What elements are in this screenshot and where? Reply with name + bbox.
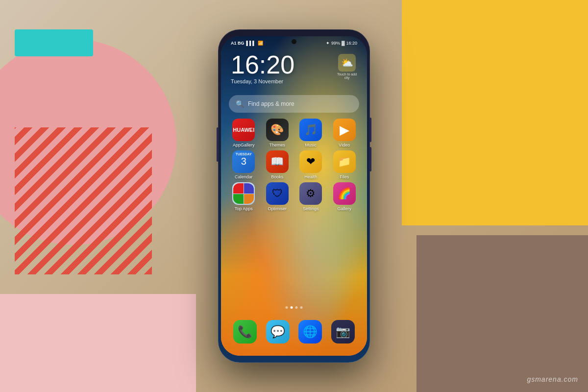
calendar-icon: Tuesday 3 [232, 150, 255, 173]
scene: A1 BG ▌▌▌ 📶 ✦ 99% ▓ 16:20 16:20 Tuesday,… [0, 0, 588, 392]
settings-label: Settings [303, 206, 319, 211]
weather-emoji: ⛅ [341, 57, 353, 69]
weather-widget[interactable]: ⛅ Touch to add city [335, 54, 359, 79]
cal-day: 3 [241, 156, 246, 167]
dock-messages[interactable]: 💬 [264, 320, 292, 343]
app-themes[interactable]: 🎨 Themes [263, 119, 292, 147]
camera-emoji: 📷 [336, 325, 350, 339]
dock-phone[interactable]: 📞 [231, 320, 259, 343]
appgallery-label: AppGallery [233, 143, 255, 147]
phone-icon: 📞 [233, 320, 257, 343]
status-right: ✦ 99% ▓ 16:20 [326, 41, 357, 46]
gallery-emoji: 🌈 [338, 187, 351, 200]
messages-emoji: 💬 [270, 325, 285, 339]
browser-emoji: 🌐 [303, 325, 318, 339]
page-dots [286, 306, 303, 309]
files-emoji: 📁 [338, 155, 351, 168]
video-emoji: ▶ [340, 122, 349, 138]
punch-hole-camera [292, 39, 296, 44]
bg-red-stripes [15, 127, 152, 274]
app-gallery[interactable]: 🌈 Gallery [330, 182, 359, 211]
dot-1[interactable] [286, 306, 288, 309]
dock-camera[interactable]: 📷 [329, 320, 357, 343]
dot-3[interactable] [295, 306, 298, 309]
themes-emoji: 🎨 [270, 123, 284, 136]
app-video[interactable]: ▶ Video [330, 119, 359, 147]
app-appgallery[interactable]: HUAWEI AppGallery [229, 119, 258, 147]
app-row-1: HUAWEI AppGallery 🎨 Themes 🎵 [227, 119, 361, 147]
bg-teal-bar [15, 29, 93, 56]
browser-icon: 🌐 [298, 320, 322, 343]
health-emoji: ❤ [306, 155, 315, 168]
optimizer-emoji: 🛡 [272, 187, 283, 200]
appgallery-icon: HUAWEI [232, 119, 255, 141]
battery-icon: ▓ [342, 41, 345, 46]
settings-icon: ⚙ [299, 182, 322, 205]
themes-label: Themes [269, 143, 285, 147]
music-emoji: 🎵 [304, 123, 318, 136]
weather-touch-text: Touch to add city [335, 73, 359, 79]
music-label: Music [305, 143, 317, 147]
dot-4[interactable] [300, 306, 303, 309]
books-label: Books [271, 174, 283, 179]
files-icon: 📁 [333, 150, 356, 173]
clock-date: Tuesday, 3 November [231, 78, 294, 84]
dock: 📞 💬 🌐 📷 [229, 315, 359, 349]
app-health[interactable]: ❤ Health [296, 150, 325, 179]
video-label: Video [339, 143, 350, 147]
bg-pink-bottom [0, 294, 196, 392]
camera-icon: 📷 [331, 320, 355, 343]
optimizer-label: Optimiser [268, 206, 287, 211]
topapps-label: Top Apps [235, 206, 253, 211]
phone-emoji: 📞 [238, 325, 252, 339]
cal-month: Tuesday [236, 152, 252, 156]
topapps-icon [232, 182, 255, 205]
app-topapps[interactable]: Top Apps [229, 182, 258, 211]
app-grid: HUAWEI AppGallery 🎨 Themes 🎵 [227, 119, 361, 214]
dock-browser[interactable]: 🌐 [296, 320, 324, 343]
video-icon: ▶ [333, 119, 356, 141]
app-row-2: Tuesday 3 Calendar 📖 Books ❤ [227, 150, 361, 179]
wifi-icon: 📶 [258, 41, 263, 46]
power-button[interactable] [217, 127, 219, 162]
health-label: Health [304, 174, 317, 179]
gsmarena-watermark: gsmarena.com [527, 375, 578, 383]
app-settings[interactable]: ⚙ Settings [296, 182, 325, 211]
messages-icon: 💬 [266, 320, 290, 343]
calendar-label: Calendar [235, 174, 253, 179]
app-calendar[interactable]: Tuesday 3 Calendar [229, 150, 258, 179]
ta-cell-4 [244, 194, 254, 204]
huawei-logo-text: HUAWEI [233, 127, 254, 133]
status-left: A1 BG ▌▌▌ 📶 [231, 41, 263, 46]
themes-icon: 🎨 [266, 119, 289, 141]
clock-area: 16:20 Tuesday, 3 November [231, 52, 294, 84]
bg-dark-right [416, 235, 588, 392]
carrier-text: A1 BG [231, 41, 245, 46]
search-bar[interactable]: 🔍 Find apps & more [229, 95, 359, 113]
app-files[interactable]: 📁 Files [330, 150, 359, 179]
gallery-icon: 🌈 [333, 182, 356, 205]
phone-screen: A1 BG ▌▌▌ 📶 ✦ 99% ▓ 16:20 16:20 Tuesday,… [221, 36, 367, 356]
app-optimizer[interactable]: 🛡 Optimiser [263, 182, 292, 211]
settings-emoji: ⚙ [306, 187, 316, 200]
ta-cell-1 [233, 183, 244, 194]
app-books[interactable]: 📖 Books [263, 150, 292, 179]
bluetooth-icon: ✦ [326, 41, 330, 46]
books-icon: 📖 [266, 150, 289, 173]
signal-icon: ▌▌▌ [246, 41, 256, 46]
app-row-3: Top Apps 🛡 Optimiser ⚙ Settings [227, 182, 361, 211]
app-music[interactable]: 🎵 Music [296, 119, 325, 147]
dot-2-active[interactable] [291, 306, 293, 309]
health-icon: ❤ [299, 150, 322, 173]
search-icon: 🔍 [236, 100, 244, 108]
volume-down-button[interactable] [369, 147, 371, 172]
ta-cell-2 [244, 183, 254, 194]
gallery-label: Gallery [337, 206, 351, 211]
volume-up-button[interactable] [369, 118, 371, 142]
optimizer-icon: 🛡 [266, 182, 289, 205]
bg-yellow [402, 0, 588, 225]
search-placeholder: Find apps & more [248, 100, 294, 107]
weather-icon: ⛅ [338, 54, 356, 72]
phone: A1 BG ▌▌▌ 📶 ✦ 99% ▓ 16:20 16:20 Tuesday,… [218, 29, 370, 363]
battery-text: 99% [331, 41, 340, 46]
